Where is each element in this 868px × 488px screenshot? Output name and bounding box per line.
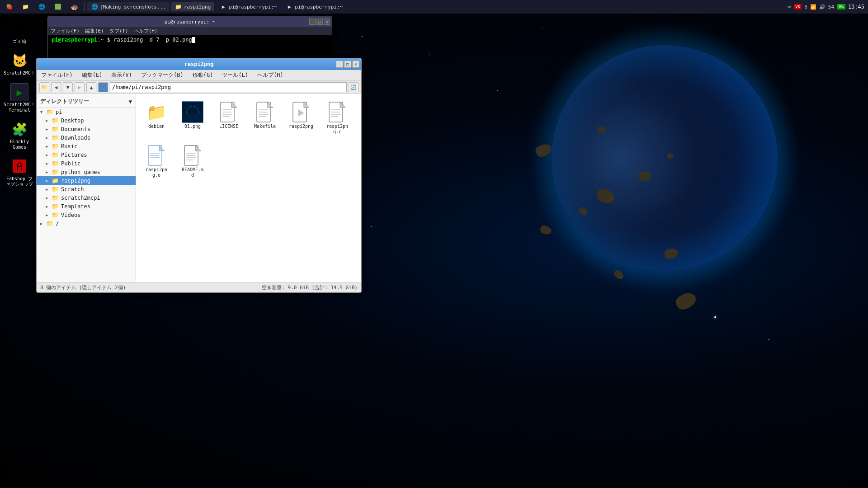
file-debian[interactable]: 📁 debian — [141, 99, 172, 137]
filemanager-maximize-button[interactable]: □ — [344, 61, 351, 68]
fabshop-icon-desktop[interactable]: 🅰 Fabshop ファブショップ — [4, 155, 35, 189]
volume-icon: 🔊 — [819, 4, 826, 10]
documents-expander: ▶ — [46, 127, 50, 131]
sidebar-item-desktop[interactable]: ▶ 📁 Desktop — [37, 116, 136, 125]
filemanager-close-button[interactable]: ✕ — [352, 61, 359, 68]
taskbar-raspi2png-folder-button[interactable]: 📁 raspi2png — [171, 2, 215, 11]
taskbar-hedgehog-button[interactable]: 🦔 — [67, 2, 81, 11]
fm-menu-view[interactable]: 表示(V) — [109, 71, 134, 80]
fm-forward-button[interactable]: ▶ — [75, 82, 85, 92]
file-raspi2pngc[interactable]: raspi2png.c — [321, 99, 353, 137]
terminal-menu-tab[interactable]: タブ(T) — [109, 28, 128, 34]
taskbar-system-tray: ⌨ VK B 📶 🔊 54 0% 13:45 — [784, 4, 868, 10]
raspberry-icon: 🍓 — [5, 3, 13, 10]
terminal-menu-file[interactable]: ファイル(F) — [51, 28, 80, 34]
sidebar-item-scratch[interactable]: ▶ 📁 Scratch — [37, 185, 136, 193]
fm-menu-help[interactable]: ヘルプ(H) — [255, 71, 285, 80]
templates-expander: ▶ — [46, 204, 50, 209]
desktop-icon-area: 🗑 ゴミ箱 🐱 Scratch2MC！ ▶ Scratch2MC！ Termin… — [4, 18, 35, 189]
pi-expander: ▼ — [40, 110, 45, 114]
fm-menu-bookmarks[interactable]: ブックマーク(B) — [139, 71, 185, 80]
taskbar-terminal2-button[interactable]: ▶ pi@raspberrypi:~ — [282, 2, 346, 11]
sidebar-item-music[interactable]: ▶ 📁 Music — [37, 142, 136, 150]
svg-rect-21 — [150, 153, 160, 154]
fm-menu-edit[interactable]: 編集(E) — [80, 71, 104, 80]
keyboard-icon: ⌨ — [788, 4, 791, 10]
sidebar-item-videos[interactable]: ▶ 📁 Videos — [37, 211, 136, 219]
folder-icon2: 📁 — [175, 3, 182, 10]
scratch2mc-label: Scratch2MC！ — [4, 70, 35, 76]
sidebar-item-python-games[interactable]: ▶ 📁 python_games — [37, 168, 136, 176]
sidebar-item-downloads[interactable]: ▶ 📁 Downloads — [37, 133, 136, 142]
fm-location-button[interactable]: 📍 — [98, 82, 108, 92]
fm-address-bar[interactable]: /home/pi/raspi2png — [110, 82, 347, 92]
fm-menu-file[interactable]: ファイル(F) — [39, 71, 75, 80]
scratch2mc-icon-desktop[interactable]: 🐱 Scratch2MC！ — [4, 50, 35, 78]
fm-menu-go[interactable]: 移動(G) — [191, 71, 215, 80]
fm-up-button[interactable]: ▲ — [86, 82, 96, 92]
terminal-menu-help[interactable]: ヘルプ(H) — [134, 28, 158, 34]
file-raspi2png-exec[interactable]: raspi2png — [285, 99, 317, 137]
sidebar-item-pictures[interactable]: ▶ 📁 Pictures — [37, 150, 136, 159]
sidebar-item-documents[interactable]: ▶ 📁 Documents — [37, 125, 136, 133]
fm-reload-button[interactable]: 🔄 — [349, 82, 359, 92]
fm-back-dropdown-button[interactable]: ▼ — [63, 82, 73, 92]
filemanager-toolbar: 📁 ◀ ▼ ▶ ▲ 📍 /home/pi/raspi2png 🔄 — [37, 81, 361, 94]
terminal-icon-desktop[interactable]: ▶ Scratch2MC！ Terminal — [4, 81, 35, 115]
terminal-menu-edit[interactable]: 編集(E) — [85, 28, 104, 34]
filemanager-main-area[interactable]: 📁 debian — [136, 94, 361, 282]
fm-back-button[interactable]: ◀ — [51, 82, 61, 92]
public-label: Public — [61, 160, 80, 167]
fm-new-folder-button[interactable]: 📁 — [39, 82, 49, 92]
svg-rect-27 — [186, 157, 196, 158]
trash-icon-desktop[interactable]: 🗑 ゴミ箱 — [4, 18, 35, 46]
filemanager-window: raspi2png ─ □ ✕ ファイル(F) 編集(E) 表示(V) ブックマ… — [36, 58, 362, 293]
terminal-close-button[interactable]: ✕ — [324, 19, 330, 25]
terminal-minimize-button[interactable]: ─ — [309, 19, 316, 25]
terminal-body[interactable]: pi@raspberrypi:~ $ raspi2png -d 7 -p 02.… — [48, 35, 332, 45]
sidebar-item-public[interactable]: ▶ 📁 Public — [37, 159, 136, 168]
file-makefile[interactable]: Makefile — [249, 99, 281, 137]
filemanager-minimize-button[interactable]: ─ — [336, 61, 343, 68]
scratch2mc-image: 🐱 — [10, 52, 28, 70]
fm-status-items: 8 個のアイテム (隠しアイテム 2個) — [40, 284, 126, 291]
root-expander: ▶ — [40, 221, 45, 226]
scratch2mcpi-folder-icon: 📁 — [52, 194, 59, 201]
taskbar-terminal1-button[interactable]: ▶ pi@raspberrypi:~ — [216, 2, 280, 11]
raspi2png-folder-icon: 📁 — [52, 177, 59, 184]
file-readmemd[interactable]: README.md — [177, 142, 208, 181]
taskbar-minecraft-button[interactable]: 🟩 — [51, 2, 65, 11]
blockly-icon-desktop[interactable]: 🧩 Blockly Games — [4, 118, 35, 152]
taskbar-separator — [84, 2, 85, 11]
pictures-label: Pictures — [61, 152, 87, 158]
fm-menu-tools[interactable]: ツール(L) — [220, 71, 250, 80]
sidebar-item-scratch2mcpi[interactable]: ▶ 📁 scratch2mcpi — [37, 193, 136, 202]
sidebar-item-raspi2png[interactable]: ▶ 📁 raspi2png — [37, 176, 136, 185]
making-screenshots-label: [Making screenshots... — [100, 4, 166, 10]
svg-rect-25 — [186, 153, 196, 154]
sidebar-item-templates[interactable]: ▶ 📁 Templates — [37, 202, 136, 211]
sidebar-item-pi[interactable]: ▼ 📁 pi — [37, 108, 136, 116]
vkb-badge: VK — [794, 4, 802, 9]
file-01png[interactable]: 01.png — [177, 99, 208, 137]
svg-rect-10 — [259, 112, 268, 113]
taskbar-raspberry-button[interactable]: 🍓 — [2, 2, 16, 11]
debian-filename: debian — [148, 124, 165, 129]
wifi-icon: 📶 — [810, 4, 816, 10]
terminal-titlebar: pi@raspberrypi: ~ ─ □ ✕ — [48, 16, 332, 27]
terminal-line: pi@raspberrypi:~ $ raspi2png -d 7 -p 02.… — [52, 37, 328, 43]
svg-rect-23 — [150, 157, 160, 158]
desktop-expander: ▶ — [46, 118, 50, 123]
taskbar-making-screenshots-button[interactable]: 🌐 [Making screenshots... — [87, 2, 170, 11]
svg-rect-22 — [150, 155, 159, 156]
file-raspi2pngo[interactable]: raspi2png.o — [141, 142, 172, 181]
sidebar-item-root[interactable]: ▶ 📁 / — [37, 219, 136, 228]
file-license[interactable]: LICENSE — [213, 99, 245, 137]
clock: 13:45 — [848, 4, 864, 10]
hedgehog-icon: 🦔 — [71, 3, 78, 10]
filemanager-title: raspi2png — [184, 61, 213, 67]
taskbar-files-button[interactable]: 📁 — [18, 2, 33, 11]
terminal-maximize-button[interactable]: □ — [316, 19, 323, 25]
taskbar-chromium-button[interactable]: 🌐 — [34, 2, 49, 11]
terminal1-icon: ▶ — [220, 3, 227, 10]
